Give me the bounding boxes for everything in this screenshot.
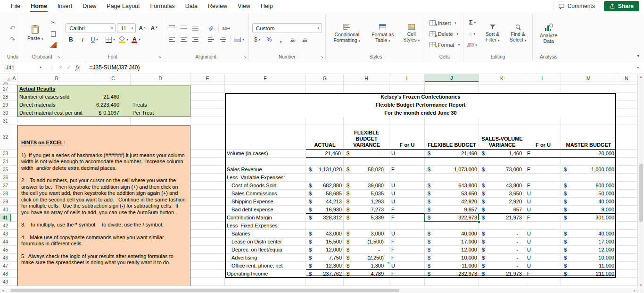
report-row-label-45[interactable]: Deprec. on fleet/equip bbox=[231, 246, 282, 254]
report-row-label-46[interactable]: Advertising bbox=[231, 254, 257, 262]
row-header-46[interactable]: 46 bbox=[0, 254, 11, 262]
enter-icon[interactable]: ✓ bbox=[66, 64, 71, 71]
cell-M37[interactable]: $600,000 bbox=[561, 182, 616, 190]
column-header-F[interactable]: F bbox=[225, 74, 306, 82]
cell-J40[interactable]: $9,657 bbox=[425, 206, 479, 214]
column-header-D[interactable]: D bbox=[131, 74, 190, 82]
wrap-text-button[interactable]: ab↵ bbox=[221, 24, 231, 33]
column-header-H[interactable]: H bbox=[344, 74, 389, 82]
row-header-36[interactable]: 36 bbox=[0, 174, 11, 182]
cell-M44[interactable]: $17,000 bbox=[561, 238, 616, 246]
report-row-label-36[interactable]: Less Variable Expenses: bbox=[227, 174, 285, 182]
font-color-button[interactable]: A▾ bbox=[131, 35, 141, 44]
menu-tab-home[interactable]: Home bbox=[25, 0, 52, 12]
cell-L39[interactable]: U bbox=[525, 198, 561, 206]
row-header-49[interactable]: 49 bbox=[0, 278, 11, 286]
cell-J38[interactable]: $53,650 bbox=[425, 190, 479, 198]
cell-G45[interactable]: $12,000 bbox=[306, 246, 344, 254]
italic-button[interactable]: I bbox=[77, 35, 88, 44]
cell-H35[interactable]: $58,020 bbox=[344, 166, 389, 174]
select-all-corner[interactable] bbox=[0, 74, 11, 82]
align-bottom-button[interactable] bbox=[190, 24, 200, 33]
row-header-42[interactable]: 42 bbox=[0, 222, 11, 230]
menu-tab-insert[interactable]: Insert bbox=[52, 0, 77, 12]
cell-I41[interactable]: F bbox=[389, 214, 425, 222]
cell-L41[interactable]: F bbox=[525, 214, 561, 222]
conditional-formatting-button[interactable]: Conditional Formatting▾ bbox=[329, 23, 365, 45]
column-header-G[interactable]: G bbox=[306, 74, 344, 82]
share-button[interactable]: Share bbox=[604, 1, 639, 11]
scroll-left-icon[interactable]: ◂ bbox=[2, 288, 4, 293]
cell-L40[interactable]: U bbox=[525, 206, 561, 214]
cell-M43[interactable]: $40,000 bbox=[561, 230, 616, 238]
redo-button[interactable]: ↷ bbox=[7, 35, 17, 44]
cell-H47[interactable]: $1,300 bbox=[344, 262, 389, 270]
cell-I37[interactable]: U bbox=[389, 182, 425, 190]
row-header-31[interactable]: 31 bbox=[0, 117, 11, 125]
cell-G38[interactable]: $58,685 bbox=[306, 190, 344, 198]
cell-G46[interactable]: $7,750 bbox=[306, 254, 344, 262]
increase-indent-button[interactable] bbox=[217, 35, 228, 44]
menu-tab-review[interactable]: Review bbox=[203, 0, 232, 12]
selection-fill-handle[interactable] bbox=[478, 220, 480, 223]
dialog-launcher-icon[interactable]: ↘ bbox=[320, 55, 324, 59]
comments-button[interactable]: Comments bbox=[553, 1, 600, 11]
align-left-button[interactable] bbox=[166, 35, 177, 44]
cut-button[interactable]: ✂ bbox=[48, 18, 58, 27]
cell-H39[interactable]: $1,293 bbox=[344, 198, 389, 206]
report-row-label-44[interactable]: Lease on Distn center bbox=[231, 238, 282, 246]
decrease-font-size-button[interactable]: A bbox=[149, 24, 159, 33]
menu-tab-view[interactable]: View bbox=[232, 0, 256, 12]
vertical-scroll-thumb[interactable] bbox=[639, 164, 643, 221]
cell-L47[interactable]: U bbox=[525, 262, 561, 270]
dialog-launcher-icon[interactable]: ↘ bbox=[56, 55, 61, 59]
decrease-indent-button[interactable] bbox=[206, 35, 216, 44]
report-row-label-48[interactable]: Operating Income bbox=[227, 270, 268, 278]
report-row-label-40[interactable]: Bad debt expense bbox=[231, 206, 273, 214]
cancel-icon[interactable]: × bbox=[59, 64, 62, 71]
font-size-select[interactable]: 11▾ bbox=[117, 23, 136, 33]
collapse-ribbon-button[interactable]: ▾ bbox=[637, 53, 639, 58]
cell-J33[interactable]: $21,460 bbox=[425, 150, 479, 158]
row-header-35[interactable]: 35 bbox=[0, 166, 11, 174]
cell-K46[interactable]: $- bbox=[479, 254, 525, 262]
cell-M45[interactable]: $12,000 bbox=[561, 246, 616, 254]
row-header-30[interactable]: 30 bbox=[0, 109, 11, 117]
cell-H33[interactable]: $- bbox=[344, 150, 389, 158]
cell-L38[interactable]: U bbox=[525, 190, 561, 198]
cell-H43[interactable]: $3,000 bbox=[344, 230, 389, 238]
cell-I33[interactable]: U bbox=[389, 150, 425, 158]
cell-M39[interactable]: $40,000 bbox=[561, 198, 616, 206]
cell-L37[interactable]: F bbox=[525, 182, 561, 190]
align-top-button[interactable] bbox=[166, 24, 177, 33]
horizontal-scroll-thumb[interactable] bbox=[10, 289, 399, 292]
cell-M33[interactable]: 20,000 bbox=[561, 150, 616, 158]
analyze-data-button[interactable]: Analyze Data bbox=[536, 23, 561, 45]
cell-H38[interactable]: $5,035 bbox=[344, 190, 389, 198]
formula-input[interactable]: =J35-SUM(J37:J40) bbox=[84, 61, 632, 74]
dialog-launcher-icon[interactable]: ↘ bbox=[243, 55, 248, 59]
row-header-27[interactable]: 27 bbox=[0, 85, 11, 93]
cell-M41[interactable]: $301,000 bbox=[561, 214, 616, 222]
column-header-B[interactable]: B bbox=[17, 74, 96, 82]
decrease-decimal-button[interactable]: →.00 bbox=[299, 35, 310, 44]
cell-styles-button[interactable]: Cell Styles▾ bbox=[401, 23, 422, 44]
report-row-label-38[interactable]: Sales Commissions bbox=[231, 190, 277, 198]
cell-I39[interactable]: U bbox=[389, 198, 425, 206]
report-row-label-47[interactable]: Office rent, phone, net bbox=[231, 262, 283, 270]
cell-M40[interactable]: $9,000 bbox=[561, 206, 616, 214]
cell-G33[interactable]: 21,460 bbox=[306, 150, 344, 158]
row-header-28[interactable]: 28 bbox=[0, 93, 11, 101]
cell-M35[interactable]: $1,000,000 bbox=[561, 166, 616, 174]
underline-button[interactable]: U▾ bbox=[89, 35, 99, 44]
align-center-button[interactable] bbox=[178, 35, 189, 44]
paste-button[interactable]: Paste▾ bbox=[25, 25, 45, 43]
cell-G37[interactable]: $682,880 bbox=[306, 182, 344, 190]
row-header-29[interactable]: 29 bbox=[0, 101, 11, 109]
cell-H44[interactable]: $(1,500) bbox=[344, 238, 389, 246]
column-header-J[interactable]: J bbox=[425, 74, 479, 82]
menu-tab-draw[interactable]: Draw bbox=[77, 0, 101, 12]
sort-filter-button[interactable]: Sort & Filter▾ bbox=[481, 23, 504, 44]
menu-tab-help[interactable]: Help bbox=[256, 0, 278, 12]
cell-H41[interactable]: $5,339 bbox=[344, 214, 389, 222]
